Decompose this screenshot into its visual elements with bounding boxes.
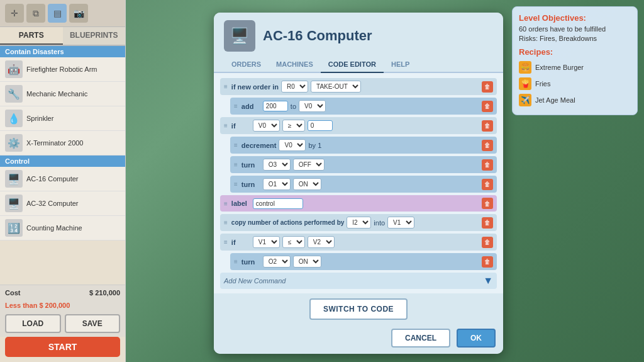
handle-4[interactable]: ≡ — [234, 161, 238, 168]
handle-6[interactable]: ≡ — [224, 200, 228, 207]
keyword-4: turn — [242, 161, 260, 169]
delete-8[interactable]: 🗑 — [482, 237, 493, 248]
sidebar-item-mechanic[interactable]: 🔧 Mechanic Mechanic — [0, 82, 125, 106]
firefighter-icon: 🤖 — [5, 60, 23, 78]
delete-6[interactable]: 🗑 — [482, 198, 493, 209]
handle-8[interactable]: ≡ — [224, 239, 228, 246]
select-o3[interactable]: O3 — [263, 159, 291, 171]
handle-1[interactable]: ≡ — [234, 103, 238, 110]
select-off[interactable]: OFF — [293, 159, 325, 171]
handle-0[interactable]: ≡ — [224, 83, 228, 90]
sprinkler-label: Sprinkler — [26, 115, 53, 122]
dialog-footer: SWITCH TO CODE — [214, 293, 503, 325]
code-row-2: ≡ if V0 ≥ 🗑 — [220, 117, 497, 134]
code-row-7: ≡ copy number of actions performed by I2… — [220, 214, 497, 231]
code-row-9: ≡ turn O2 ON 🗑 — [230, 253, 497, 270]
delete-0[interactable]: 🗑 — [482, 81, 493, 93]
delete-7[interactable]: 🗑 — [482, 217, 493, 229]
select-v0-if[interactable]: V0 — [253, 120, 280, 132]
objectives-text: 60 orders have to be fulfilled — [519, 25, 631, 33]
input-label-control[interactable] — [253, 198, 303, 209]
input-200[interactable] — [263, 101, 288, 111]
input-zero[interactable] — [308, 120, 333, 131]
select-on-o1[interactable]: ON — [293, 178, 321, 190]
load-button[interactable]: LOAD — [5, 314, 61, 333]
select-take-out[interactable]: TAKE-OUT — [311, 81, 361, 93]
icon-btn-crosshair[interactable]: ✛ — [5, 4, 24, 23]
select-v2[interactable]: V2 — [308, 236, 335, 248]
keyword-1: add — [242, 103, 260, 110]
save-button[interactable]: SAVE — [65, 314, 121, 333]
switch-to-code-button[interactable]: SWITCH TO CODE — [309, 298, 408, 320]
dialog-content: ≡ if new order in R0 TAKE-OUT 🗑 ≡ add to… — [214, 73, 503, 293]
select-v1-copy[interactable]: V1 — [387, 217, 414, 229]
handle-2[interactable]: ≡ — [224, 122, 228, 129]
recipe-extreme-burger: 🍔 Extreme Burger — [519, 59, 631, 76]
handle-7[interactable]: ≡ — [224, 219, 228, 226]
select-o1[interactable]: O1 — [263, 178, 291, 190]
tab-machines[interactable]: MACHINES — [269, 57, 321, 73]
sidebar-item-firefighter[interactable]: 🤖 Firefighter Robotic Arm — [0, 57, 125, 82]
keyword-3: decrement — [242, 142, 277, 149]
select-on-o2[interactable]: ON — [293, 256, 321, 268]
keyword-label: label — [231, 200, 250, 207]
sidebar-item-ac32[interactable]: 🖥️ AC-32 Computer — [0, 191, 125, 216]
mechanic-label: Mechanic Mechanic — [26, 90, 87, 98]
select-v0-dec[interactable]: V0 — [279, 139, 306, 151]
delete-3[interactable]: 🗑 — [482, 140, 493, 151]
select-gte[interactable]: ≥ — [282, 120, 305, 132]
add-command-row[interactable]: Add New Command ▼ — [220, 273, 497, 289]
delete-2[interactable]: 🗑 — [482, 120, 493, 132]
xterminator-icon: ⚙️ — [5, 134, 23, 152]
sidebar-load-save-buttons: LOAD SAVE — [0, 310, 125, 337]
handle-9[interactable]: ≡ — [234, 258, 238, 265]
tab-orders[interactable]: ORDERS — [224, 57, 269, 73]
dialog-icon: 🖥️ — [224, 20, 255, 52]
icon-btn-copy[interactable]: ⧉ — [26, 4, 45, 23]
keyword-0: if new order in — [231, 83, 279, 91]
handle-3[interactable]: ≡ — [234, 142, 238, 149]
delete-5[interactable]: 🗑 — [482, 179, 493, 190]
icon-btn-camera[interactable]: 📷 — [69, 4, 88, 23]
tab-help[interactable]: HELP — [384, 57, 417, 73]
cancel-button[interactable]: CANCEL — [391, 329, 450, 348]
recipe-fries: 🍟 Fries — [519, 76, 631, 92]
ac16-label: AC-16 Computer — [26, 175, 79, 183]
jet-meal-label: Jet Age Meal — [535, 96, 575, 104]
level-objectives-panel: Level Objectives: 60 orders have to be f… — [512, 6, 638, 115]
objectives-title: Level Objectives: — [519, 13, 631, 23]
delete-4[interactable]: 🗑 — [482, 159, 493, 171]
select-v1-if[interactable]: V1 — [253, 236, 280, 248]
fries-icon: 🍟 — [519, 77, 531, 90]
code-row-0: ≡ if new order in R0 TAKE-OUT 🗑 — [220, 78, 497, 95]
select-v0-add[interactable]: V0 — [299, 100, 326, 112]
sidebar-item-ac16[interactable]: 🖥️ AC-16 Computer — [0, 167, 125, 191]
sidebar-item-sprinkler[interactable]: 💧 Sprinkler — [0, 106, 125, 131]
delete-1[interactable]: 🗑 — [482, 101, 493, 112]
dialog-title: AC-16 Computer — [263, 28, 372, 44]
icon-btn-layers[interactable]: ▤ — [48, 4, 67, 23]
xterminator-label: X-Terminator 2000 — [26, 139, 84, 147]
tab-blueprints[interactable]: BLUEPRINTS — [63, 27, 126, 45]
tab-parts[interactable]: PARTS — [0, 27, 63, 45]
start-button[interactable]: START — [5, 337, 120, 357]
handle-5[interactable]: ≡ — [234, 181, 238, 188]
keyword-5: turn — [242, 181, 260, 188]
fries-label: Fries — [535, 80, 550, 88]
text-by1: by 1 — [308, 142, 321, 149]
sidebar-item-counting[interactable]: 🔢 Counting Machine — [0, 216, 125, 240]
ac16-dialog: 🖥️ AC-16 Computer ORDERS MACHINES CODE E… — [214, 13, 503, 354]
select-lte[interactable]: ≤ — [282, 236, 305, 248]
ac32-icon: 🖥️ — [5, 195, 23, 212]
tab-code-editor[interactable]: CODE EDITOR — [321, 57, 384, 73]
risks-text: Risks: Fires, Breakdowns — [519, 35, 631, 42]
keyword-turn-o2: turn — [242, 258, 260, 266]
dialog-actions: CANCEL OK — [214, 325, 503, 354]
delete-9[interactable]: 🗑 — [482, 256, 493, 268]
sidebar-item-xterminator[interactable]: ⚙️ X-Terminator 2000 — [0, 131, 125, 156]
ok-button[interactable]: OK — [457, 329, 496, 348]
firefighter-label: Firefighter Robotic Arm — [26, 65, 97, 73]
select-o2[interactable]: O2 — [263, 256, 291, 268]
select-i2[interactable]: I2 — [347, 217, 371, 229]
select-r0[interactable]: R0 — [281, 81, 308, 93]
